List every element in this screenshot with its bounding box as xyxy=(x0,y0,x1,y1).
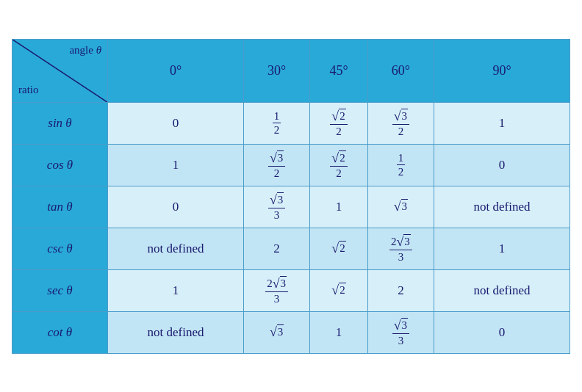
header-45deg: 45° xyxy=(310,39,368,102)
trig-table: angle θ ratio 0° 30° 45° 60° 90° sin θ 0… xyxy=(12,39,570,354)
csc-row: csc θ not defined 2 2 23 3 1 xyxy=(12,228,570,269)
sec-0: 1 xyxy=(108,269,244,311)
sec-label: sec θ xyxy=(12,269,108,311)
sin-row: sin θ 0 1 2 2 2 3 2 1 xyxy=(12,102,570,144)
cos-row: cos θ 1 3 2 2 2 1 2 0 xyxy=(12,144,570,186)
csc-45: 2 xyxy=(310,228,368,269)
corner-angle-label: angle θ xyxy=(69,44,101,57)
cos-label: cos θ xyxy=(12,144,108,186)
cos-60: 1 2 xyxy=(367,144,434,186)
sec-90: not defined xyxy=(434,269,570,311)
cot-30: 3 xyxy=(243,311,309,353)
sin-45: 2 2 xyxy=(310,102,368,144)
sin-90: 1 xyxy=(434,102,570,144)
sec-45: 2 xyxy=(310,269,368,311)
header-30deg: 30° xyxy=(243,39,309,102)
tan-90: not defined xyxy=(434,186,570,228)
tan-30: 3 3 xyxy=(243,186,309,228)
sec-row: sec θ 1 23 3 2 2 not defined xyxy=(12,269,570,311)
cot-0: not defined xyxy=(108,311,244,353)
sin-0: 0 xyxy=(108,102,244,144)
cot-row: cot θ not defined 3 1 3 3 0 xyxy=(12,311,570,353)
sin-60: 3 2 xyxy=(367,102,434,144)
tan-0: 0 xyxy=(108,186,244,228)
cot-90: 0 xyxy=(434,311,570,353)
csc-30: 2 xyxy=(243,228,309,269)
cot-label: cot θ xyxy=(12,311,108,353)
cos-30: 3 2 xyxy=(243,144,309,186)
header-90deg: 90° xyxy=(434,39,570,102)
cos-0: 1 xyxy=(108,144,244,186)
sec-60: 2 xyxy=(367,269,434,311)
tan-60: 3 xyxy=(367,186,434,228)
csc-90: 1 xyxy=(434,228,570,269)
csc-0: not defined xyxy=(108,228,244,269)
cos-45: 2 2 xyxy=(310,144,368,186)
sin-label: sin θ xyxy=(12,102,108,144)
cot-60: 3 3 xyxy=(367,311,434,353)
sec-30: 23 3 xyxy=(243,269,309,311)
tan-45: 1 xyxy=(310,186,368,228)
cot-45: 1 xyxy=(310,311,368,353)
cos-90: 0 xyxy=(434,144,570,186)
tan-row: tan θ 0 3 3 1 3 not defined xyxy=(12,186,570,228)
tan-label: tan θ xyxy=(12,186,108,228)
header-60deg: 60° xyxy=(367,39,434,102)
corner-header: angle θ ratio xyxy=(12,39,108,102)
csc-60: 23 3 xyxy=(367,228,434,269)
csc-label: csc θ xyxy=(12,228,108,269)
sin-30: 1 2 xyxy=(243,102,309,144)
corner-ratio-label: ratio xyxy=(18,84,39,96)
header-0deg: 0° xyxy=(108,39,244,102)
